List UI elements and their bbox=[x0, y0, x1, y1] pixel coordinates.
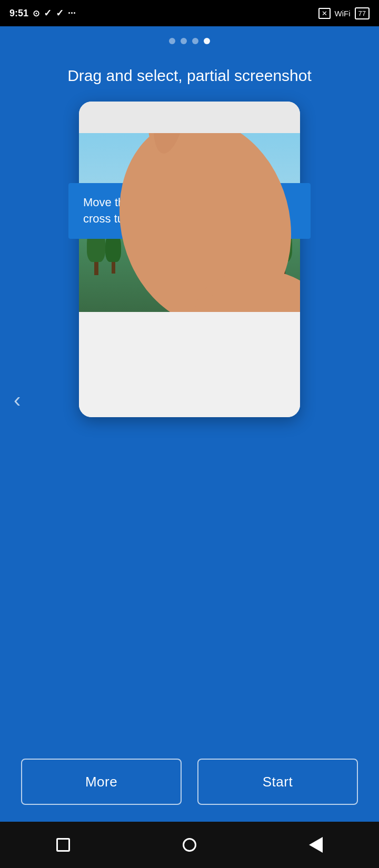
page-dot-1 bbox=[169, 38, 175, 44]
more-button[interactable]: More bbox=[21, 759, 182, 805]
status-bar: 9:51 ⊙ ✓ ✓ ··· ✕ WiFi 77 bbox=[0, 0, 379, 26]
x-icon: ✕ bbox=[318, 8, 331, 19]
status-icons: ✕ WiFi 77 bbox=[318, 7, 370, 19]
page-title: Drag and select, partial screenshot bbox=[67, 65, 312, 86]
cloud-icon: ⊙ bbox=[33, 8, 39, 18]
start-button[interactable]: Start bbox=[197, 759, 358, 805]
wifi-icon: WiFi bbox=[335, 9, 351, 18]
status-left: 9:51 ⊙ ✓ ✓ ··· bbox=[9, 7, 76, 19]
main-content: Drag and select, partial screenshot Move… bbox=[0, 49, 379, 417]
more-dots-icon: ··· bbox=[68, 8, 76, 19]
page-dot-2 bbox=[181, 38, 187, 44]
svg-rect-17 bbox=[211, 291, 300, 312]
time-display: 9:51 bbox=[9, 8, 28, 19]
page-dot-4-active bbox=[204, 38, 210, 44]
page-dot-3 bbox=[192, 38, 198, 44]
check-icon-1: ✓ bbox=[44, 7, 52, 19]
check-icon-2: ✓ bbox=[56, 7, 64, 19]
page-dots-container bbox=[0, 26, 379, 49]
nav-recents-icon[interactable] bbox=[56, 838, 70, 852]
bottom-buttons-container: More Start bbox=[21, 759, 358, 805]
phone-image-area: + bbox=[79, 133, 300, 312]
phone-top-bar bbox=[79, 102, 300, 133]
phone-mockup-wrapper: Move the icon, pause and wait until red … bbox=[79, 102, 300, 417]
nav-home-icon[interactable] bbox=[183, 838, 196, 852]
hand-gesture bbox=[79, 133, 300, 312]
phone-mockup: + bbox=[79, 102, 300, 417]
phone-bottom-area bbox=[79, 312, 300, 417]
nav-back-icon[interactable] bbox=[309, 837, 323, 853]
battery-indicator: 77 bbox=[355, 7, 370, 19]
android-nav-bar bbox=[0, 822, 379, 868]
